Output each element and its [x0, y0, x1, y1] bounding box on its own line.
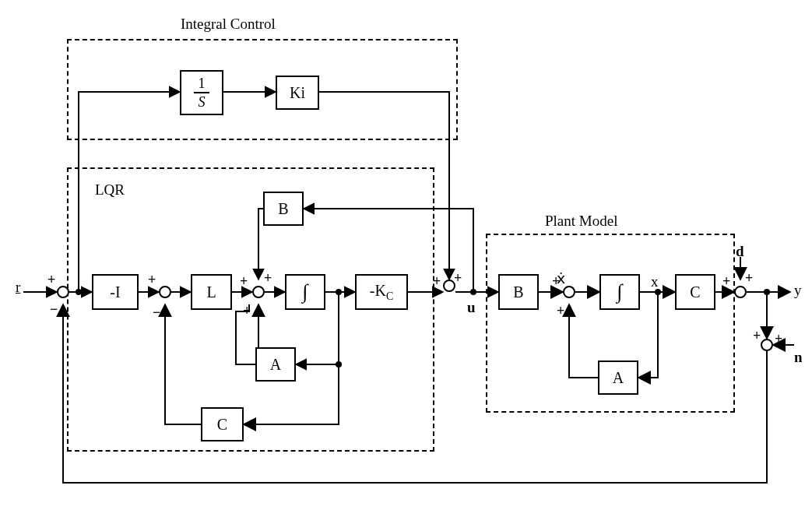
sign-plant-b-plus: +	[552, 274, 560, 288]
integral-control-label: Integral Control	[181, 16, 276, 33]
neg-kc-text: -KC	[370, 282, 393, 303]
signal-n: n	[794, 349, 803, 366]
sum-disturbance	[734, 286, 747, 298]
signal-u: u	[467, 299, 476, 316]
sign-n-top-plus: +	[753, 329, 761, 343]
signal-y: y	[794, 282, 802, 299]
integral-control-frame	[67, 39, 458, 140]
block-1-over-s: 1 S	[180, 70, 223, 115]
block-integrator-plant: ∫	[599, 274, 640, 310]
sign-d-left-plus: +	[722, 274, 730, 288]
block-diagram: Integral Control LQR Plant Model r u y d…	[0, 0, 812, 510]
tee-x	[655, 289, 661, 295]
frac-num: 1	[195, 76, 209, 92]
tee-xhat-2	[336, 361, 342, 368]
tee-error	[76, 289, 82, 295]
block-c-observer: C	[201, 407, 244, 441]
block-a-plant: A	[598, 361, 638, 395]
block-ki: Ki	[276, 76, 319, 110]
sum-observer-states	[252, 286, 265, 298]
block-neg-kc: -KC	[355, 274, 408, 310]
tee-u	[470, 289, 476, 295]
sign-obs-a-plus: +	[243, 304, 251, 318]
frac-den: S	[195, 93, 209, 109]
sum-noise	[761, 339, 773, 351]
signal-r: r	[16, 279, 20, 296]
sum-observer-input	[159, 286, 171, 298]
signal-x: x	[651, 273, 659, 290]
lqr-label: LQR	[95, 181, 125, 199]
sign-r-plus: +	[47, 273, 55, 287]
sum-plant-states	[563, 286, 575, 298]
block-c-plant: C	[675, 274, 715, 310]
sign-obs-in-plus: +	[148, 273, 156, 287]
block-l: L	[191, 274, 232, 310]
sign-obs-b-plus: +	[264, 271, 272, 285]
sign-n-right-plus: +	[775, 332, 782, 346]
sign-plant-a-plus: +	[557, 304, 564, 318]
sum-reference	[57, 286, 69, 298]
sign-d-top-plus: +	[745, 271, 753, 285]
block-integrator-observer: ∫	[285, 274, 325, 310]
tee-xhat	[336, 289, 342, 295]
sign-u-left-plus: +	[433, 274, 441, 288]
block-a-observer: A	[255, 347, 296, 382]
block-neg-i: -I	[92, 274, 139, 310]
signal-d: d	[736, 243, 744, 260]
block-b-plant: B	[498, 274, 539, 310]
sign-obs-in-minus: −	[153, 305, 160, 319]
sign-u-top-plus: +	[454, 271, 462, 285]
block-b-observer: B	[263, 192, 304, 226]
plant-model-label: Plant Model	[545, 213, 617, 230]
sign-obs-l-plus: +	[240, 274, 248, 288]
tee-y	[764, 289, 770, 295]
sign-fb-minus: −	[50, 302, 58, 316]
